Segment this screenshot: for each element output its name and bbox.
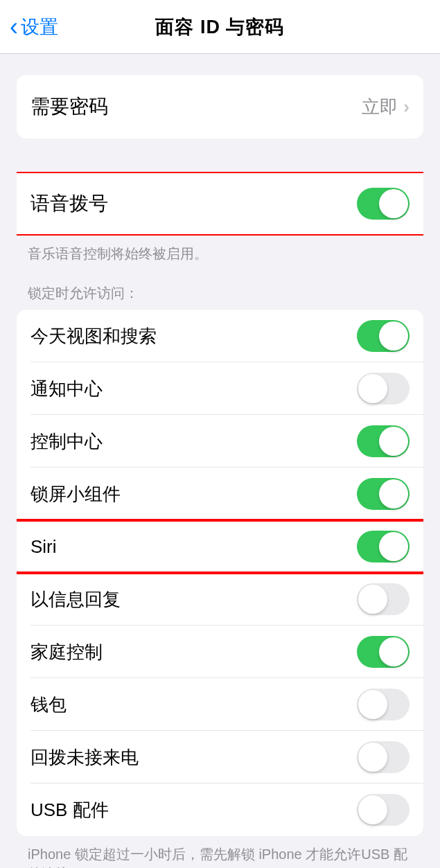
lockscreen-item-toggle[interactable] bbox=[357, 531, 410, 563]
lockscreen-item-label: 钱包 bbox=[30, 693, 67, 717]
lockscreen-item-toggle[interactable] bbox=[357, 478, 410, 510]
lockscreen-item-label: 家庭控制 bbox=[30, 640, 103, 664]
voice-dial-row: 语音拨号 bbox=[17, 172, 423, 236]
lockscreen-item-row: 钱包 bbox=[17, 678, 423, 731]
lockscreen-item-toggle[interactable] bbox=[357, 636, 410, 668]
lockscreen-item-toggle[interactable] bbox=[357, 373, 410, 405]
navigation-header: ‹ 设置 面容 ID 与密码 bbox=[0, 0, 440, 54]
lockscreen-item-toggle[interactable] bbox=[357, 794, 410, 826]
back-button[interactable]: ‹ 设置 bbox=[0, 15, 58, 39]
lockscreen-access-group: 今天视图和搜索通知中心控制中心锁屏小组件Siri以信息回复家庭控制钱包回拨未接来… bbox=[17, 310, 423, 836]
require-passcode-group: 需要密码 立即 › bbox=[17, 75, 423, 139]
lockscreen-item-row: 以信息回复 bbox=[17, 573, 423, 626]
chevron-right-icon: › bbox=[403, 96, 410, 118]
lockscreen-item-row: 控制中心 bbox=[17, 415, 423, 468]
lockscreen-item-row: 家庭控制 bbox=[17, 626, 423, 678]
lockscreen-item-toggle[interactable] bbox=[357, 425, 410, 457]
chevron-left-icon: ‹ bbox=[10, 15, 18, 39]
lockscreen-item-label: Siri bbox=[30, 536, 57, 558]
lockscreen-item-row: Siri bbox=[17, 520, 423, 573]
lockscreen-item-row: 锁屏小组件 bbox=[17, 468, 423, 520]
lockscreen-item-row: USB 配件 bbox=[17, 783, 423, 836]
lockscreen-item-toggle[interactable] bbox=[357, 320, 410, 352]
require-passcode-label: 需要密码 bbox=[30, 94, 108, 120]
lockscreen-access-footer: iPhone 锁定超过一小时后，需先解锁 iPhone 才能允许USB 配件连接… bbox=[28, 844, 412, 868]
require-passcode-row[interactable]: 需要密码 立即 › bbox=[17, 75, 423, 139]
lockscreen-item-row: 通知中心 bbox=[17, 362, 423, 415]
voice-dial-group: 语音拨号 bbox=[17, 172, 423, 236]
voice-dial-footer: 音乐语音控制将始终被启用。 bbox=[28, 244, 412, 263]
lockscreen-item-label: 控制中心 bbox=[30, 429, 103, 454]
lockscreen-item-label: 今天视图和搜索 bbox=[30, 324, 157, 348]
lockscreen-item-label: USB 配件 bbox=[30, 798, 109, 822]
lockscreen-item-toggle[interactable] bbox=[357, 689, 410, 720]
voice-dial-label: 语音拨号 bbox=[30, 191, 108, 217]
lockscreen-item-label: 以信息回复 bbox=[30, 587, 121, 612]
lockscreen-item-toggle[interactable] bbox=[357, 741, 410, 773]
lockscreen-access-header: 锁定时允许访问： bbox=[28, 284, 412, 303]
lockscreen-item-label: 通知中心 bbox=[30, 377, 103, 401]
back-label: 设置 bbox=[21, 15, 58, 39]
require-passcode-value: 立即 bbox=[362, 95, 398, 119]
lockscreen-item-label: 锁屏小组件 bbox=[30, 482, 121, 506]
lockscreen-item-row: 今天视图和搜索 bbox=[17, 310, 423, 362]
voice-dial-toggle[interactable] bbox=[357, 188, 410, 220]
lockscreen-item-label: 回拨未接来电 bbox=[30, 745, 139, 770]
lockscreen-item-toggle[interactable] bbox=[357, 583, 410, 615]
lockscreen-item-row: 回拨未接来电 bbox=[17, 731, 423, 783]
page-title: 面容 ID 与密码 bbox=[155, 15, 284, 39]
